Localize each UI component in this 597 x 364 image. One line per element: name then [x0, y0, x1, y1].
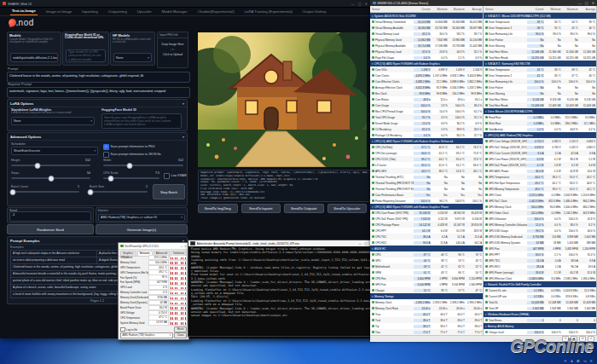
- tab-image-to-image[interactable]: Image-to-Image: [44, 9, 73, 15]
- sensor-row[interactable]: Virtual Memory Committed20,524 MB10,804 …: [370, 19, 483, 25]
- tab-output-gallery[interactable]: Output Gallery: [301, 9, 328, 15]
- sensor-row[interactable]: Read Rate0.2 MB/s0.0 MB/s312.4 MB/s8.6 M…: [484, 114, 596, 120]
- sensor-row[interactable]: Power Reporting Deviation100.0 %96.2 %10…: [370, 198, 483, 204]
- slider-handle[interactable]: [48, 176, 54, 182]
- batch-count-slider[interactable]: Batch Count1: [11, 185, 79, 193]
- sendto-button[interactable]: SendTo Outpaint: [284, 204, 324, 213]
- batch-size-slider[interactable]: Batch Size1: [90, 185, 148, 193]
- sensor-row[interactable]: GPU EDC28.4 A1.2 A96.2 A19.6 A: [484, 263, 596, 269]
- example-prompt[interactable]: an insect robot preparing a delicious me…: [11, 257, 97, 263]
- prompt-input[interactable]: Cluttered house in the woods, anime, oil…: [7, 72, 190, 83]
- sensor-group-header[interactable]: ▾Windows Hardware Errors (WHEA): [484, 311, 596, 317]
- sensor-row[interactable]: GPU D3D Memory Dedicated3,736 MB214 MB3,…: [484, 234, 596, 240]
- advanced-accordion-header[interactable]: Advanced Options▾: [8, 133, 187, 141]
- sendto-button[interactable]: SendTo Inpaint: [241, 204, 281, 213]
- sensor-row[interactable]: Trcd39.0 T39.0 T39.0 T39.0 T: [370, 317, 483, 323]
- tab-inpainting[interactable]: Inpainting: [80, 9, 100, 15]
- sensor-group-header[interactable]: ▾CPU [#0]: AMD Ryzen 9 6900HX with Radeo…: [370, 204, 483, 210]
- gpuz-sensor-row[interactable]: System Memory Used11737 MB: [119, 321, 188, 326]
- sensor-row[interactable]: GPU Utilization100.0 %0.0 %100.0 %41.8 %: [484, 216, 596, 222]
- sensor-row[interactable]: Memory Clock Ratio24.00 x24.00 x24.00 x2…: [370, 305, 483, 311]
- sensor-group-header[interactable]: ▾System: ASUS ROG Strix G513RM: [370, 13, 483, 19]
- hf-model-input[interactable]: Type model ID or URL (and press Enter) t…: [66, 49, 106, 62]
- sensor-row[interactable]: Drive FailureNoNoNoNo: [484, 37, 596, 43]
- sensor-group-header[interactable]: ▾Memory Timings: [370, 293, 483, 299]
- maximize-icon[interactable]: ▢: [364, 242, 367, 246]
- sensor-row[interactable]: Total UP1,942 MB1,942 MB1,942 MB1,942 MB: [484, 305, 596, 311]
- sensor-row[interactable]: CPU Package Power54.122 W6.428 W61.347 W…: [370, 222, 483, 228]
- slider-handle[interactable]: [127, 163, 133, 169]
- sensor-row[interactable]: Total Errors0000: [484, 317, 596, 323]
- slider-handle[interactable]: [34, 163, 40, 169]
- sensor-row[interactable]: Core Ratios46.8 x12.0 x49.4 x34.1 x: [370, 96, 483, 102]
- steps-slider[interactable]: Steps50: [11, 171, 90, 179]
- sensor-row[interactable]: CPU EDC92.6 A11.8 A140.0 A64.2 A: [370, 240, 483, 246]
- sensor-group-header[interactable]: ▾ASUS EC: [370, 246, 483, 251]
- sensor-row[interactable]: GPU Fan3,100 RPM0 RPM3,500 RPM1,940 RPM: [370, 281, 483, 287]
- sensor-row[interactable]: GPU Clock2,572.0 MHz0.0 MHz2,602.8 MHz1,…: [484, 192, 596, 198]
- sensor-row[interactable]: Drive Temperature 241 °C36 °C47 °C40 °C: [484, 72, 596, 78]
- sensor-row[interactable]: Virtual Memory Load45.5 %30.0 %58.2 %39.…: [370, 31, 483, 37]
- sensor-row[interactable]: CPU SoC Power (SVI2 TFN)7.924 W4.112 W9.…: [370, 216, 483, 222]
- sensor-row[interactable]: Charger52 °C39 °C57 °C47 °C: [370, 287, 483, 293]
- tray-hwinfo-icon[interactable]: ✦: [564, 359, 567, 363]
- gpuz-reset-button[interactable]: Reset: [174, 326, 187, 332]
- sensor-row[interactable]: GPU Core Power (VDDCR_GFX)6.3 W0.1 W38.4…: [484, 156, 596, 162]
- height-slider[interactable]: Height512: [11, 159, 90, 166]
- save-png-checkbox[interactable]: ✓Save prompt information to PNG: [103, 144, 154, 150]
- tray-network-icon[interactable]: ≋: [577, 359, 580, 363]
- sensor-row[interactable]: Total DL12,408 MB12,408 MB12,408 MB12,40…: [484, 299, 596, 305]
- tab-text-to-image[interactable]: Text-to-Image: [10, 8, 38, 15]
- sensor-row[interactable]: Tras77.0 T77.0 T77.0 T77.0 T: [370, 329, 483, 335]
- sensor-row[interactable]: GPU Video Clock512.4 MHz0.0 MHz1,134.2 M…: [484, 210, 596, 216]
- sensor-row[interactable]: Core Usage100.0 %1.8 %100.0 %38.4 %: [370, 102, 483, 108]
- gpuz-titlebar[interactable]: TechPowerUp GPU-Z 2.52.0 — ✕: [119, 243, 188, 250]
- sensor-row[interactable]: Total Host Reads14,255 GB14,255 GB14,255…: [484, 55, 596, 61]
- sensor-row[interactable]: GPU D3D Usage99.2 %0.0 %100.0 %40.6 %: [484, 228, 596, 234]
- sensor-row[interactable]: Thermal Throttling (PROCHOT CPU)NoNoNoNo: [370, 180, 483, 186]
- sensor-row[interactable]: Drive Remaining Life99.0 %99.0 %99.0 %99…: [484, 31, 596, 37]
- sensor-row[interactable]: GPU Memory Controller Utilization12.4 %0…: [484, 222, 596, 228]
- sensor-row[interactable]: Total CPU Usage85.7 %2.6 %100.0 %31.1 %: [370, 114, 483, 120]
- gpuz-close-button[interactable]: Close: [174, 332, 187, 338]
- minimize-icon[interactable]: —: [351, 2, 355, 6]
- sensor-row[interactable]: Drive Temperature 238 °C35 °C45 °C40 °C: [484, 25, 596, 31]
- sensor-row[interactable]: GPU PPT80.0 %2.1 %100.0 %31.4 %: [484, 251, 596, 257]
- close-icon[interactable]: ✕: [365, 2, 368, 6]
- close-icon[interactable]: ✕: [592, 1, 594, 5]
- sensor-row[interactable]: Core Clocks4,676.2 MHz1,197.4 MHz4,932.1…: [370, 72, 483, 78]
- width-slider[interactable]: Width512: [103, 159, 183, 166]
- sensor-row[interactable]: GPU SoC Voltage (VDDCR_SOC)0.918 V0.762 …: [484, 144, 596, 150]
- sensor-row[interactable]: Tcas40.0 T40.0 T40.0 T40.0 T: [370, 311, 483, 317]
- slider-handle[interactable]: [107, 176, 113, 182]
- generate-button[interactable]: Generate Image(s): [96, 224, 188, 234]
- sendto-button[interactable]: SendTo Img2Img: [198, 204, 238, 213]
- slider-handle[interactable]: [9, 189, 15, 195]
- sensor-row[interactable]: Drive FailureNoNoNoNo: [484, 84, 596, 90]
- sensor-row[interactable]: GPU SoC Power (VDDCR_SOC)4.1 W1.8 W6.2 W…: [484, 162, 596, 168]
- tray-volume-icon[interactable]: ◅: [583, 359, 586, 363]
- sensor-row[interactable]: Virtual Memory Available24,584 MB18,762 …: [370, 25, 483, 31]
- checkbox-icon[interactable]: [120, 327, 125, 332]
- minimize-icon[interactable]: —: [578, 1, 582, 5]
- output-info-box[interactable]: negative prompt: [watermark, signature, …: [198, 170, 372, 202]
- randomize-seed-button[interactable]: Randomize Seed: [7, 224, 94, 234]
- sensor-row[interactable]: GPU Core Voltage (VDDCR_GFX)0.750 V0.362…: [484, 138, 596, 144]
- sensor-row[interactable]: GPU SoC Clock1,042.8 MHz482.6 MHz1,486.4…: [484, 198, 596, 204]
- seed-input[interactable]: -1: [9, 211, 91, 222]
- model-dropdown[interactable]: stabilityai/stable-diffusion-2-1-base▾: [10, 53, 58, 62]
- sensor-row[interactable]: Drive WarningNoNoNoNo: [484, 90, 596, 96]
- sensor-row[interactable]: Drive Temperature43 °C38 °C49 °C42 °C: [484, 66, 596, 72]
- cfg-slider[interactable]: CFG Scale7.5: [103, 171, 159, 179]
- sensor-row[interactable]: Current UP rate0.2 KB/s0.0 KB/s318.6 KB/…: [484, 293, 596, 299]
- sensor-row[interactable]: GPU D3D Memory Dynamic62 MB18 MB1,424 MB…: [484, 240, 596, 246]
- negative-prompt-input[interactable]: watermark, signature, logo, text, lowres…: [7, 87, 190, 98]
- sensor-group-header[interactable]: ▾CPU [#0]: AMD Ryzen 9 6900HX with Radeo…: [370, 61, 483, 66]
- sensor-row[interactable]: GPU Fan647 RPM0 RPM3,482 RPM1,206 RPM: [484, 246, 596, 251]
- gpuz-device-dropdown[interactable]: AMD Radeon (TM) Graphics▾: [120, 332, 173, 338]
- sensor-row[interactable]: L3 Cache82.4 °C41.6 °C91.2 °C69.4 °C: [370, 162, 483, 168]
- sendto-button[interactable]: SendTo Upscaler: [327, 204, 368, 213]
- sensor-row[interactable]: GPU ASIC Power36.0 W2.4 W42.8 W14.6 W: [484, 168, 596, 174]
- tab-model-manager[interactable]: Model Manager: [160, 9, 189, 15]
- maximize-icon[interactable]: ▢: [585, 1, 588, 5]
